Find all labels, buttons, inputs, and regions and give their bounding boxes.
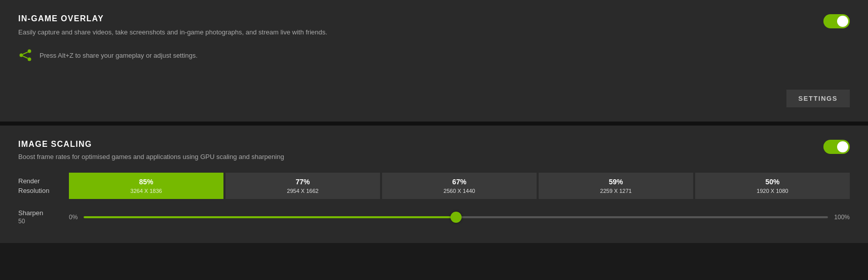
slider-max-label: 100% [834, 214, 850, 221]
overlay-section: IN-GAME OVERLAY Easily capture and share… [0, 0, 868, 122]
res-dims-3: 2259 X 1271 [600, 188, 631, 194]
sharpen-slider-wrap: 0% 100% [69, 214, 850, 221]
render-resolution-row: Render Resolution 85%3264 X 183677%2954 … [18, 173, 850, 199]
sharpen-value: 50 [18, 218, 69, 225]
sharpen-slider[interactable] [84, 216, 828, 218]
share-hint-row: Press Alt+Z to share your gameplay or ad… [18, 48, 850, 62]
settings-button[interactable]: SETTINGS [786, 90, 850, 107]
render-resolution-label: Render Resolution [18, 176, 69, 196]
res-percent-2: 67% [452, 178, 466, 186]
share-hint-text: Press Alt+Z to share your gameplay or ad… [40, 52, 198, 59]
res-option-4[interactable]: 50%1920 X 1080 [695, 173, 850, 199]
res-percent-1: 77% [295, 178, 310, 186]
res-option-1[interactable]: 77%2954 X 1662 [225, 173, 380, 199]
res-dims-0: 3264 X 1836 [130, 188, 162, 194]
slider-min-label: 0% [69, 214, 78, 221]
res-dims-4: 1920 X 1080 [757, 188, 788, 194]
res-dims-2: 2560 X 1440 [443, 188, 475, 194]
res-percent-4: 50% [765, 178, 779, 186]
image-scaling-section: IMAGE SCALING Boost frame rates for opti… [0, 126, 868, 243]
sharpen-label: Sharpen [18, 209, 69, 217]
slider-thumb [450, 212, 462, 223]
section-divider [0, 122, 868, 126]
scaling-title: IMAGE SCALING [18, 140, 850, 149]
svg-point-2 [20, 54, 23, 57]
share-icon [18, 48, 32, 62]
scaling-toggle-knob [837, 141, 848, 152]
res-option-2[interactable]: 67%2560 X 1440 [382, 173, 537, 199]
overlay-description: Easily capture and share videos, take sc… [18, 28, 850, 36]
scaling-description: Boost frame rates for optimised games an… [18, 153, 850, 161]
toggle-knob [837, 16, 848, 27]
scaling-toggle[interactable] [823, 140, 850, 154]
resolution-options: 85%3264 X 183677%2954 X 166267%2560 X 14… [69, 173, 850, 199]
res-dims-1: 2954 X 1662 [287, 188, 318, 194]
svg-point-1 [28, 58, 31, 61]
svg-line-4 [23, 56, 27, 58]
overlay-toggle[interactable] [823, 14, 850, 28]
res-option-0[interactable]: 85%3264 X 1836 [69, 173, 223, 199]
sharpen-label-wrap: Sharpen 50 [18, 209, 69, 225]
svg-line-3 [23, 52, 27, 54]
res-percent-0: 85% [139, 178, 153, 186]
res-percent-3: 59% [609, 178, 623, 186]
overlay-title: IN-GAME OVERLAY [18, 14, 850, 23]
res-option-3[interactable]: 59%2259 X 1271 [539, 173, 693, 199]
svg-point-0 [28, 50, 31, 53]
sharpen-row: Sharpen 50 0% 100% [18, 209, 850, 225]
